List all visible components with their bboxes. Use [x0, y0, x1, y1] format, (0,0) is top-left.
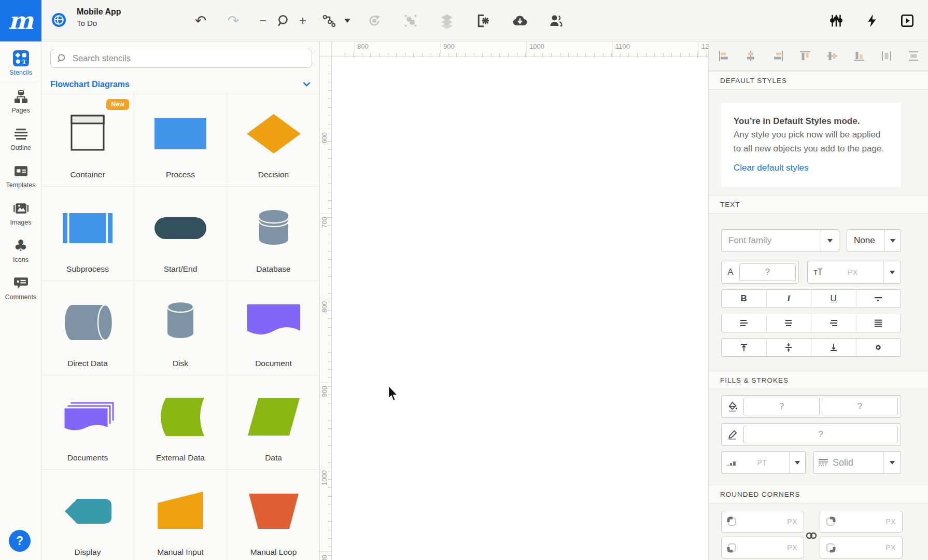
stencil-direct-data[interactable]: Direct Data — [41, 281, 134, 375]
paint-bucket-icon[interactable] — [722, 396, 743, 417]
align-text-left-button[interactable] — [722, 314, 766, 332]
fill-opacity-value[interactable]: ? — [822, 398, 898, 415]
stencil-label: Data — [227, 453, 320, 463]
canvas[interactable]: 800 900 1000 1100 1200 600 700 800 900 1… — [320, 41, 708, 560]
corner-radius-bottom-left-input[interactable]: PX — [721, 537, 804, 558]
corner-radius-top-left-input[interactable]: PX — [721, 511, 804, 533]
stencil-documents[interactable]: Documents — [41, 375, 134, 470]
sidebar-item-outline[interactable]: Outline — [0, 120, 41, 157]
align-bottom-button[interactable] — [851, 48, 867, 64]
clear-default-styles-link[interactable]: Clear default styles — [734, 161, 809, 175]
vertical-align-middle-button[interactable] — [766, 339, 811, 356]
distribute-horizontal-button[interactable] — [879, 48, 894, 64]
align-middle-vertical-button[interactable] — [824, 48, 840, 64]
comments-icon — [13, 275, 29, 291]
app-logo[interactable]: m — [0, 0, 41, 41]
bold-button[interactable]: B — [722, 290, 766, 307]
sidebar-item-stencils[interactable]: T Stencils — [0, 45, 41, 82]
text-settings-button[interactable] — [856, 339, 901, 356]
project-visibility-globe-icon[interactable] — [52, 13, 66, 27]
stencil-search[interactable] — [50, 49, 312, 68]
rounded-corners-section-header[interactable]: ROUNDED CORNERS — [709, 485, 928, 503]
text-style-select[interactable]: None — [847, 229, 901, 252]
connector-tool-button[interactable] — [318, 9, 341, 32]
group-button[interactable] — [399, 9, 422, 32]
align-text-right-button[interactable] — [811, 314, 856, 332]
font-family-select[interactable]: Font family — [721, 229, 839, 252]
sidebar-item-icons[interactable]: ♣ Icons — [0, 232, 41, 269]
external-data-shape — [149, 391, 212, 443]
redo-button[interactable]: ↷ — [222, 9, 245, 32]
stencil-process[interactable]: Process — [134, 92, 227, 187]
align-top-button[interactable] — [797, 48, 813, 64]
fill-color-value[interactable]: ? — [743, 398, 820, 415]
export-page-button[interactable] — [472, 9, 495, 32]
stencil-label: Manual Loop — [227, 548, 320, 557]
align-text-center-button[interactable] — [766, 314, 811, 332]
undo-button[interactable]: ↶ — [189, 9, 212, 32]
left-sidebar: T Stencils Pages Outline Templates Ima — [0, 41, 41, 560]
stroke-width-control[interactable]: PT — [721, 451, 806, 474]
stencil-manual-input[interactable]: Manual Input — [134, 470, 227, 560]
sidebar-item-pages[interactable]: Pages — [0, 82, 41, 120]
stencil-start-end[interactable]: Start/End — [134, 187, 227, 281]
distribute-vertical-button[interactable] — [906, 48, 921, 64]
text-section-header[interactable]: TEXT — [709, 195, 928, 214]
zoom-tool-button[interactable] — [272, 9, 295, 32]
sidebar-item-templates[interactable]: Templates — [0, 157, 41, 194]
justify-text-button[interactable] — [856, 314, 901, 332]
corner-radius-bottom-right-input[interactable]: PX — [820, 537, 903, 558]
font-color-value[interactable]: ? — [739, 263, 796, 281]
quick-actions-button[interactable] — [861, 9, 883, 32]
stencil-search-input[interactable] — [72, 53, 305, 64]
stroke-color-value[interactable]: ? — [743, 426, 898, 443]
collaborators-button[interactable] — [544, 9, 567, 32]
corner-radius-top-right-input[interactable]: PX — [820, 511, 903, 533]
vertical-align-bottom-button[interactable] — [811, 339, 856, 356]
rotate-button[interactable] — [363, 9, 386, 32]
stencil-subprocess[interactable]: Subprocess — [41, 187, 134, 281]
stencil-category-header[interactable]: Flowchart Diagrams — [41, 77, 320, 92]
font-format-group: B I U — [721, 289, 901, 308]
fills-strokes-section-header[interactable]: FILLS & STROKES — [709, 371, 928, 389]
stencil-external-data[interactable]: External Data — [134, 375, 227, 470]
group-selection-icon — [403, 13, 418, 28]
default-styles-section-header[interactable]: DEFAULT STYLES — [709, 71, 928, 90]
stencil-data[interactable]: Data — [227, 375, 320, 470]
stencil-manual-loop[interactable]: Manual Loop — [227, 470, 320, 560]
horizontal-ruler: 800 900 1000 1100 1200 — [332, 41, 708, 57]
align-right-button[interactable] — [770, 48, 786, 64]
stencil-decision[interactable]: Decision — [227, 92, 320, 187]
help-button[interactable]: ? — [9, 530, 31, 552]
layers-button[interactable] — [435, 9, 458, 32]
underline-button[interactable]: U — [811, 290, 856, 307]
stroke-width-placeholder: PT — [757, 458, 767, 467]
font-color-control[interactable]: A ? — [721, 261, 799, 284]
sidebar-item-comments[interactable]: Comments — [0, 269, 41, 306]
sidebar-item-images[interactable]: Images — [0, 194, 41, 232]
stroke-style-select[interactable]: Solid — [813, 451, 901, 474]
font-size-control[interactable]: тT PX — [807, 261, 901, 284]
stencil-container[interactable]: New Container — [41, 92, 134, 187]
stencil-document[interactable]: Document — [227, 281, 320, 375]
process-shape — [149, 108, 212, 160]
preview-button[interactable] — [896, 9, 919, 32]
align-left-button[interactable] — [716, 48, 732, 64]
zoom-out-button[interactable]: − — [254, 9, 272, 32]
strikethrough-button[interactable] — [856, 290, 901, 307]
data-shape — [243, 391, 305, 443]
stencil-disk[interactable]: Disk — [134, 281, 227, 375]
stencil-display[interactable]: Display — [41, 470, 134, 560]
preferences-button[interactable] — [825, 9, 848, 32]
link-corners-toggle[interactable] — [805, 531, 818, 540]
download-button[interactable] — [509, 9, 531, 32]
connector-options-dropdown[interactable] — [340, 9, 355, 32]
pencil-icon[interactable] — [722, 424, 743, 445]
stencil-database[interactable]: Database — [227, 187, 320, 281]
direct-data-shape — [57, 297, 119, 348]
italic-button[interactable]: I — [766, 290, 811, 307]
vertical-align-top-button[interactable] — [722, 339, 766, 356]
zoom-in-button[interactable]: + — [293, 9, 312, 32]
align-center-horizontal-button[interactable] — [743, 48, 758, 64]
document-title-block[interactable]: Mobile App To Do — [77, 6, 121, 29]
